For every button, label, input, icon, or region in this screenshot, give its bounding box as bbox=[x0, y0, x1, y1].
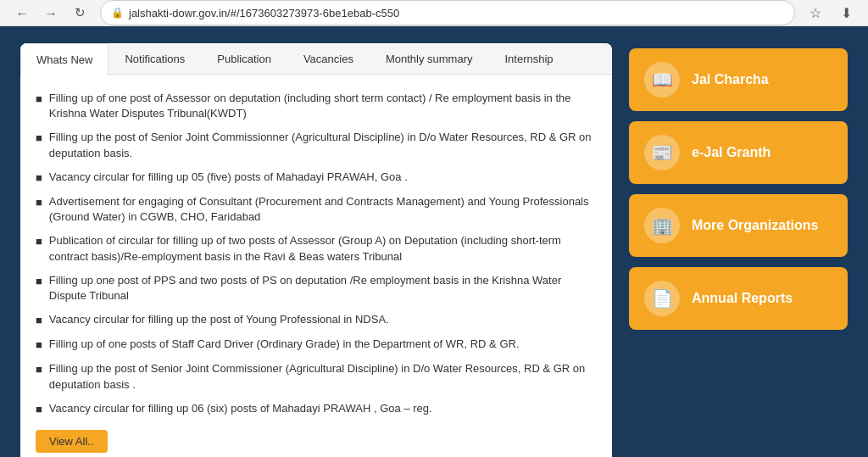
list-item: ■Vacancy circular for filling up 05 (fiv… bbox=[36, 165, 597, 190]
card-icon-e-jal-granth: 📰 bbox=[644, 135, 680, 170]
bullet-icon: ■ bbox=[36, 195, 42, 225]
lock-icon: 🔒 bbox=[111, 7, 124, 19]
tab-publication[interactable]: Publication bbox=[201, 43, 287, 74]
tab-whats-new[interactable]: Whats New bbox=[20, 43, 108, 75]
back-button[interactable]: ← bbox=[10, 1, 34, 25]
browser-actions: ☆ ⬇ bbox=[804, 1, 858, 25]
forward-button[interactable]: → bbox=[39, 1, 63, 25]
bullet-icon: ■ bbox=[36, 402, 42, 417]
news-list: ■Filling up of one post of Assessor on d… bbox=[36, 86, 597, 421]
bullet-icon: ■ bbox=[36, 362, 42, 392]
list-item: ■Publication of circular for filling up … bbox=[36, 229, 597, 268]
reload-button[interactable]: ↻ bbox=[68, 1, 92, 25]
list-item: ■Filling up the post of Senior Joint Com… bbox=[36, 125, 597, 164]
content-area: ■Filling up of one post of Assessor on d… bbox=[20, 75, 612, 457]
right-panel: 📖 Jal Charcha 📰 e-Jal Granth 🏢 More Orga… bbox=[629, 43, 848, 457]
list-item: ■Filling up of one post of Assessor on d… bbox=[36, 86, 597, 125]
bullet-icon: ■ bbox=[36, 234, 42, 264]
address-bar[interactable]: 🔒 jalshakti-dowr.gov.in/#/1673603273973-… bbox=[100, 0, 795, 25]
list-item: ■Vacancy circular for filling up 06 (six… bbox=[36, 397, 597, 421]
browser-chrome: ← → ↻ 🔒 jalshakti-dowr.gov.in/#/16736032… bbox=[0, 0, 868, 26]
bullet-icon: ■ bbox=[36, 170, 42, 186]
card-label-annual-reports: Annual Reports bbox=[692, 291, 793, 306]
bullet-icon: ■ bbox=[36, 131, 42, 160]
list-item: ■Advertisement for engaging of Consultan… bbox=[36, 190, 597, 229]
page-content: Whats New Notifications Publication Vaca… bbox=[0, 26, 868, 457]
bookmark-button[interactable]: ☆ bbox=[804, 1, 827, 25]
tab-internship[interactable]: Internship bbox=[488, 43, 569, 74]
list-item: ■Filling up one post of PPS and two post… bbox=[36, 269, 597, 308]
bullet-icon: ■ bbox=[36, 92, 42, 121]
card-annual-reports[interactable]: 📄 Annual Reports bbox=[629, 267, 848, 330]
card-label-more-organizations: More Organizations bbox=[692, 218, 818, 233]
tab-monthly-summary[interactable]: Monthly summary bbox=[370, 43, 489, 74]
bullet-icon: ■ bbox=[36, 313, 42, 328]
list-item: ■Filling up of one posts of Staff Card D… bbox=[36, 332, 597, 357]
list-item: ■Vacancy circular for filling up the pos… bbox=[36, 308, 597, 332]
view-all-button[interactable]: View All.. bbox=[36, 430, 108, 453]
card-more-organizations[interactable]: 🏢 More Organizations bbox=[629, 194, 848, 257]
card-label-e-jal-granth: e-Jal Granth bbox=[692, 145, 771, 160]
card-jal-charcha[interactable]: 📖 Jal Charcha bbox=[629, 48, 848, 111]
card-icon-annual-reports: 📄 bbox=[644, 281, 680, 316]
bullet-icon: ■ bbox=[36, 274, 42, 304]
nav-buttons: ← → ↻ bbox=[10, 1, 92, 25]
tab-notifications[interactable]: Notifications bbox=[108, 43, 201, 74]
card-e-jal-granth[interactable]: 📰 e-Jal Granth bbox=[629, 121, 848, 184]
main-panel: Whats New Notifications Publication Vaca… bbox=[20, 43, 612, 457]
card-icon-jal-charcha: 📖 bbox=[644, 62, 680, 98]
download-button[interactable]: ⬇ bbox=[834, 1, 858, 25]
list-item: ■Filling up the post of Senior Joint Com… bbox=[36, 357, 597, 396]
bullet-icon: ■ bbox=[36, 337, 42, 353]
card-icon-more-organizations: 🏢 bbox=[644, 208, 680, 243]
tab-vacancies[interactable]: Vacancies bbox=[287, 43, 370, 74]
card-label-jal-charcha: Jal Charcha bbox=[692, 72, 769, 87]
url-text: jalshakti-dowr.gov.in/#/1673603273973-6b… bbox=[129, 7, 399, 20]
tabs-container: Whats New Notifications Publication Vaca… bbox=[20, 43, 612, 75]
